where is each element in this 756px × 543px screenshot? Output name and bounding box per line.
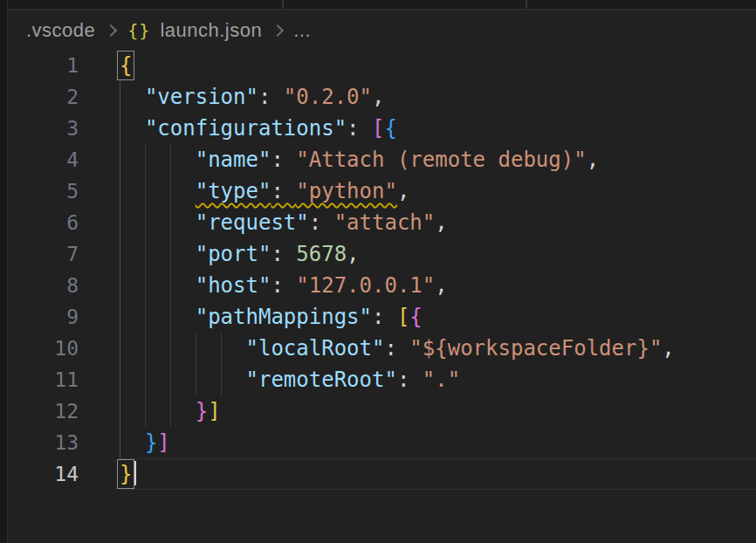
line-number[interactable]: 2 (8, 81, 79, 113)
code-token: ] (208, 399, 220, 423)
code-token: , (435, 210, 447, 235)
code-token: : (271, 242, 296, 266)
code-token: ] (157, 430, 169, 455)
line-number[interactable]: 12 (8, 395, 79, 427)
code-token (120, 85, 145, 109)
code-token: "port" (196, 242, 271, 266)
line-number[interactable]: 4 (8, 144, 79, 175)
json-file-icon: {} (127, 20, 150, 41)
line-number[interactable]: 13 (8, 427, 79, 458)
code-token: : (384, 336, 409, 361)
line-number[interactable]: 5 (8, 175, 79, 207)
code-line: 9 "pathMappings": [{ (8, 301, 756, 333)
code-line-content[interactable]: { (120, 50, 756, 81)
line-number[interactable]: 11 (8, 364, 79, 395)
code-line: 3 "configurations": [{ (8, 113, 756, 144)
code-token: "pathMappings" (196, 305, 372, 329)
code-token: "remoteRoot" (246, 368, 397, 392)
code-line-content[interactable]: "name": "Attach (remote debug)", (120, 144, 756, 175)
code-token: , (397, 179, 409, 203)
line-number[interactable]: 7 (8, 238, 79, 270)
code-line-content[interactable]: }] (120, 427, 756, 458)
text-cursor (134, 461, 136, 485)
code-token (120, 399, 196, 423)
code-token: : (271, 273, 296, 298)
code-line-content[interactable]: "version": "0.2.0", (120, 81, 756, 113)
code-line-content[interactable]: "pathMappings": [{ (120, 301, 756, 333)
code-line-content[interactable]: }] (120, 395, 756, 427)
line-number[interactable]: 3 (8, 113, 79, 144)
breadcrumb-file[interactable]: launch.json (160, 19, 262, 42)
code-line-content[interactable]: } (120, 458, 756, 490)
line-number[interactable]: 9 (8, 301, 79, 333)
code-line: 11 "remoteRoot": "." (8, 364, 756, 395)
line-number[interactable]: 8 (8, 270, 79, 301)
code-token: 5678 (296, 242, 347, 266)
code-line: 8 "host": "127.0.0.1", (8, 270, 756, 301)
code-token: : (347, 116, 372, 141)
tab-separator (282, 0, 284, 9)
code-token: , (435, 273, 447, 298)
code-token: "request" (196, 210, 309, 235)
code-line-content[interactable]: "request": "attach", (120, 207, 756, 238)
code-line-content[interactable]: "configurations": [{ (120, 113, 756, 144)
code-token: "0.2.0" (284, 85, 372, 109)
code-line: 5 "type": "python", (8, 175, 756, 207)
code-token (120, 368, 246, 392)
code-line-content[interactable]: "localRoot": "${workspaceFolder}", (120, 333, 756, 364)
code-token (120, 273, 196, 298)
breadcrumb-folder[interactable]: .vscode (26, 19, 95, 42)
code-token (120, 210, 196, 235)
code-token: , (372, 85, 384, 109)
code-token: "host" (196, 273, 271, 298)
code-token: : (397, 368, 423, 392)
tab-separator (526, 0, 527, 9)
breadcrumb-ellipsis[interactable]: ... (293, 19, 311, 42)
code-token (120, 430, 145, 455)
code-token: "attach" (334, 210, 436, 235)
code-token: "${workspaceFolder}" (409, 336, 662, 361)
code-line-content[interactable]: "type": "python", (120, 175, 756, 207)
code-editor[interactable]: 1{2 "version": "0.2.0",3 "configurations… (8, 50, 756, 543)
code-token: : (271, 148, 296, 172)
code-token: , (347, 242, 359, 266)
chevron-right-icon (105, 24, 117, 36)
code-line: 14} (8, 458, 756, 490)
code-line-content[interactable]: "host": "127.0.0.1", (120, 270, 756, 301)
code-line: 2 "version": "0.2.0", (8, 81, 756, 113)
code-token: : (271, 179, 296, 203)
code-line-content[interactable]: "port": 5678, (120, 238, 756, 270)
code-token: "localRoot" (246, 336, 385, 361)
code-token (120, 179, 196, 203)
vscode-editor-window: { "breadcrumbs": { "folder": ".vscode", … (0, 0, 756, 543)
code-token: : (258, 85, 284, 109)
line-number[interactable]: 14 (8, 458, 79, 490)
code-token: : (309, 210, 334, 235)
code-line: 4 "name": "Attach (remote debug)", (8, 144, 756, 175)
code-token: "type" (196, 179, 271, 203)
matched-bracket: } (120, 462, 132, 486)
code-token: { (384, 116, 396, 141)
chevron-right-icon (271, 24, 284, 36)
line-number[interactable]: 6 (8, 207, 79, 238)
code-rows: 1{2 "version": "0.2.0",3 "configurations… (8, 50, 756, 490)
line-number[interactable]: 1 (8, 50, 79, 81)
code-token (120, 336, 246, 361)
code-token (120, 116, 145, 141)
code-token (120, 305, 196, 329)
code-token: } (196, 399, 208, 423)
code-line: 7 "port": 5678, (8, 238, 756, 270)
code-token: [ (372, 116, 384, 141)
code-line: 6 "request": "attach", (8, 207, 756, 238)
code-token: : (372, 305, 397, 329)
breadcrumb: .vscode {} launch.json ... (8, 10, 756, 50)
code-line: 13 }] (8, 427, 756, 458)
code-line-content[interactable]: "remoteRoot": "." (120, 364, 756, 395)
code-token: "127.0.0.1" (296, 273, 435, 298)
code-token: "configurations" (145, 116, 347, 141)
code-token: "python" (296, 179, 397, 203)
line-number[interactable]: 10 (8, 333, 79, 364)
code-token: "." (423, 368, 460, 392)
code-line: 10 "localRoot": "${workspaceFolder}", (8, 333, 756, 364)
code-token (120, 148, 196, 172)
